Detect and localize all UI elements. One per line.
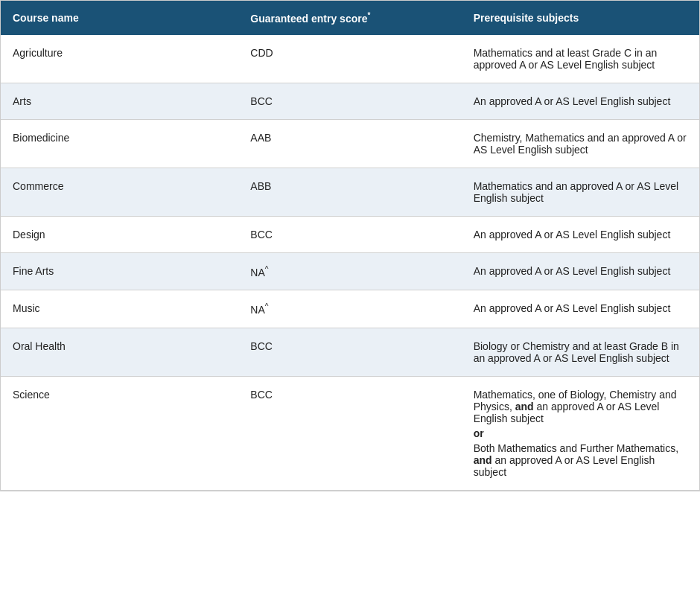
table-row: BiomedicineAABChemistry, Mathematics and… — [1, 119, 699, 168]
cell-course-name: Agriculture — [1, 35, 238, 83]
cell-course-name: Design — [1, 216, 238, 252]
table-row: Fine ArtsNA^An approved A or AS Level En… — [1, 252, 699, 290]
table-row: MusicNA^An approved A or AS Level Englis… — [1, 290, 699, 328]
cell-entry-score: BCC — [238, 376, 461, 490]
table-row: Oral HealthBCCBiology or Chemistry and a… — [1, 328, 699, 376]
cell-entry-score: CDD — [238, 35, 461, 83]
cell-course-name: Commerce — [1, 168, 238, 216]
table-row: CommerceABBMathematics and an approved A… — [1, 168, 699, 216]
cell-prerequisite: Chemistry, Mathematics and an approved A… — [462, 119, 699, 168]
cell-prerequisite: An approved A or AS Level English subjec… — [462, 290, 699, 328]
table-row: AgricultureCDDMathematics and at least G… — [1, 35, 699, 83]
cell-course-name: Science — [1, 376, 238, 490]
cell-course-name: Oral Health — [1, 328, 238, 376]
cell-entry-score: AAB — [238, 119, 461, 168]
table-row: ScienceBCCMathematics, one of Biology, C… — [1, 376, 699, 490]
course-table-container: Course name Guaranteed entry score* Prer… — [0, 0, 700, 491]
cell-prerequisite: Mathematics and an approved A or AS Leve… — [462, 168, 699, 216]
cell-prerequisite: An approved A or AS Level English subjec… — [462, 216, 699, 252]
cell-prerequisite: Mathematics and at least Grade C in an a… — [462, 35, 699, 83]
header-prerequisite-subjects: Prerequisite subjects — [462, 1, 699, 35]
course-table: Course name Guaranteed entry score* Prer… — [1, 1, 699, 491]
cell-course-name: Fine Arts — [1, 252, 238, 290]
table-row: ArtsBCCAn approved A or AS Level English… — [1, 83, 699, 119]
table-row: DesignBCCAn approved A or AS Level Engli… — [1, 216, 699, 252]
table-header-row: Course name Guaranteed entry score* Prer… — [1, 1, 699, 35]
cell-prerequisite: Mathematics, one of Biology, Chemistry a… — [462, 376, 699, 490]
cell-entry-score: NA^ — [238, 252, 461, 290]
header-course-name: Course name — [1, 1, 238, 35]
cell-entry-score: NA^ — [238, 290, 461, 328]
cell-entry-score: ABB — [238, 168, 461, 216]
header-entry-score: Guaranteed entry score* — [238, 1, 461, 35]
cell-entry-score: BCC — [238, 328, 461, 376]
cell-course-name: Music — [1, 290, 238, 328]
cell-entry-score: BCC — [238, 216, 461, 252]
cell-course-name: Arts — [1, 83, 238, 119]
cell-prerequisite: An approved A or AS Level English subjec… — [462, 83, 699, 119]
cell-prerequisite: An approved A or AS Level English subjec… — [462, 252, 699, 290]
cell-course-name: Biomedicine — [1, 119, 238, 168]
cell-entry-score: BCC — [238, 83, 461, 119]
cell-prerequisite: Biology or Chemistry and at least Grade … — [462, 328, 699, 376]
